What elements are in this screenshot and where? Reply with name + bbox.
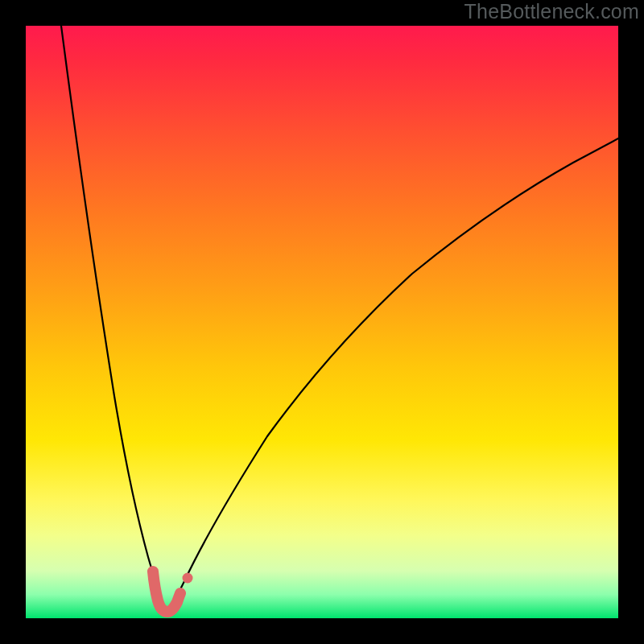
watermark-text: TheBottleneck.com — [464, 0, 639, 23]
highlight-marker-dot — [183, 573, 193, 584]
highlight-marker-path — [153, 572, 180, 612]
left-curve-path — [61, 26, 167, 615]
right-curve-path — [167, 138, 618, 615]
curve-layer — [26, 26, 618, 618]
chart-frame: TheBottleneck.com — [0, 0, 644, 644]
plot-area — [26, 26, 618, 618]
